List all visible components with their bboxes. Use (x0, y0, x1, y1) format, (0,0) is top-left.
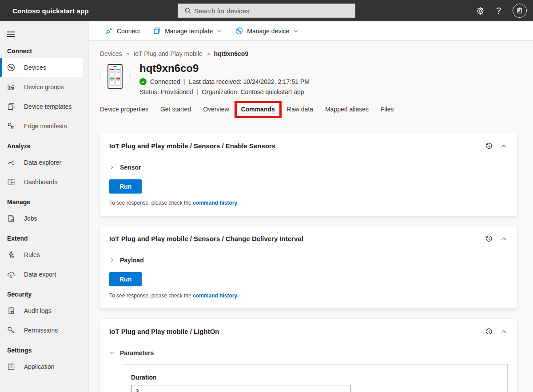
sidebar-item-dashboards[interactable]: Dashboards (0, 172, 88, 192)
manage-device-icon (235, 27, 243, 35)
audit-logs-icon (7, 307, 15, 315)
commands-list: IoT Plug and Play mobile / Sensors / Ena… (100, 133, 517, 392)
sidebar-item-label: Data explorer (24, 159, 61, 166)
tab-device-properties[interactable]: Device properties (100, 106, 148, 117)
command-card-change-delivery-interval: IoT Plug and Play mobile / Sensors / Cha… (100, 226, 517, 309)
command-history-button[interactable] (485, 235, 493, 243)
command-title: IoT Plug and Play mobile / Sensors / Cha… (109, 235, 303, 242)
account-button[interactable] (513, 4, 527, 18)
chevron-down-icon (109, 350, 115, 356)
sidebar-section-connect: Connect (0, 41, 88, 58)
collapse-card-button[interactable] (501, 329, 507, 335)
edge-manifests-icon (7, 122, 15, 130)
collapse-card-button[interactable] (501, 236, 507, 242)
gear-icon (476, 7, 485, 15)
help-icon: ? (496, 6, 501, 16)
application-icon (7, 363, 15, 371)
tab-get-started[interactable]: Get started (160, 106, 191, 117)
connection-status: Connected (150, 78, 180, 85)
sidebar-item-data-explorer[interactable]: Data explorer (0, 153, 88, 172)
chevron-up-icon (501, 329, 507, 335)
settings-button[interactable] (476, 7, 485, 15)
device-templates-icon (7, 103, 15, 111)
data-export-icon (7, 270, 15, 278)
sidebar-item-rules[interactable]: Rules (0, 245, 88, 265)
command-history-link[interactable]: command history (193, 200, 237, 206)
breadcrumb-device-id: hqt9xn6co9 (214, 50, 248, 57)
run-button[interactable]: Run (109, 179, 142, 194)
last-data-received: Last data received: 10/24/2022, 2:17:51 … (189, 78, 310, 85)
sidebar-item-label: Jobs (24, 215, 37, 222)
manage-template-icon (153, 27, 161, 35)
device-search[interactable] (178, 4, 355, 18)
command-history-button[interactable] (485, 328, 493, 336)
sidebar-item-application[interactable]: Application (0, 357, 88, 376)
tab-commands[interactable]: Commands (241, 106, 275, 117)
tab-raw-data[interactable]: Raw data (287, 106, 313, 117)
sidebar-section-analyze: Analyze (0, 136, 88, 153)
manage-template-button[interactable]: Manage template (153, 27, 222, 35)
command-history-link[interactable]: command history (193, 293, 237, 299)
sidebar-item-jobs[interactable]: Jobs (0, 209, 88, 228)
sidebar: Connect Devices Device groups (0, 21, 89, 392)
devices-icon (7, 63, 15, 71)
device-tabs: Device properties Get started Overview C… (100, 106, 517, 123)
breadcrumb: Devices > IoT Plug and Play mobile > hqt… (100, 50, 517, 57)
search-input[interactable] (194, 7, 351, 15)
dashboards-icon (7, 178, 15, 186)
tab-overview[interactable]: Overview (203, 106, 229, 117)
organization: Organization: Contoso quickstart app (202, 88, 304, 95)
chevron-up-icon (501, 236, 507, 242)
jobs-icon (7, 214, 15, 222)
collapse-card-button[interactable] (501, 143, 507, 149)
sidebar-item-label: Edge manifests (24, 123, 67, 130)
device-status-line-2: Status: Provisioned | Organization: Cont… (139, 88, 310, 95)
breadcrumb-separator: > (126, 51, 130, 57)
help-button[interactable]: ? (496, 6, 501, 16)
breadcrumb-separator: > (207, 51, 210, 57)
sidebar-item-audit-logs[interactable]: Audit logs (0, 301, 88, 321)
menu-toggle-button[interactable] (7, 30, 15, 38)
breadcrumb-devices[interactable]: Devices (100, 50, 122, 57)
tab-files[interactable]: Files (381, 106, 394, 117)
command-title: IoT Plug and Play mobile / LightOn (109, 328, 219, 335)
breadcrumb-template[interactable]: IoT Plug and Play mobile (133, 50, 202, 57)
parameters-expander[interactable]: Parameters (109, 349, 508, 356)
history-icon (485, 328, 493, 336)
rules-icon (7, 251, 15, 259)
sidebar-item-edge-manifests[interactable]: Edge manifests (0, 116, 88, 136)
chevron-right-icon (109, 165, 115, 170)
duration-input[interactable] (131, 385, 350, 392)
sidebar-item-data-export[interactable]: Data export (0, 265, 88, 284)
page-title-device-name: hqt9xn6co9 (139, 62, 310, 75)
command-card-lighton: IoT Plug and Play mobile / LightOn (100, 319, 517, 392)
manage-device-button[interactable]: Manage device (235, 27, 298, 35)
app-title: Contoso quickstart app (0, 7, 89, 15)
device-groups-icon (7, 83, 15, 91)
tab-mapped-aliases[interactable]: Mapped aliases (325, 106, 369, 117)
sidebar-item-permissions[interactable]: Permissions (0, 321, 88, 340)
device-header: hqt9xn6co9 Connected | Last data receive… (100, 61, 517, 95)
connect-button[interactable]: Connect (105, 27, 140, 35)
phone-screenshot-image (107, 64, 123, 89)
sidebar-item-devices[interactable]: Devices (0, 58, 83, 77)
sidebar-item-label: Data export (24, 271, 56, 278)
sidebar-section-manage: Manage (0, 192, 88, 209)
sidebar-item-device-groups[interactable]: Device groups (0, 77, 88, 97)
topbar-actions: ? (476, 0, 527, 21)
sensor-expander[interactable]: Sensor (109, 164, 508, 171)
sidebar-item-label: Permissions (24, 327, 58, 334)
sidebar-item-device-templates[interactable]: Device templates (0, 97, 88, 116)
command-history-button[interactable] (485, 142, 493, 150)
device-command-bar: Connect Manage template Manage device (89, 21, 533, 41)
search-icon (184, 7, 191, 14)
device-status-line: Connected | Last data received: 10/24/20… (139, 78, 310, 85)
payload-expander[interactable]: Payload (109, 257, 508, 264)
run-button[interactable]: Run (109, 272, 142, 286)
command-title: IoT Plug and Play mobile / Sensors / Ena… (109, 142, 275, 150)
sidebar-item-label: Audit logs (24, 307, 51, 314)
sidebar-item-label: Application (24, 363, 55, 370)
duration-label: Duration (131, 374, 498, 381)
data-explorer-icon (7, 158, 15, 166)
device-avatar (100, 61, 130, 91)
